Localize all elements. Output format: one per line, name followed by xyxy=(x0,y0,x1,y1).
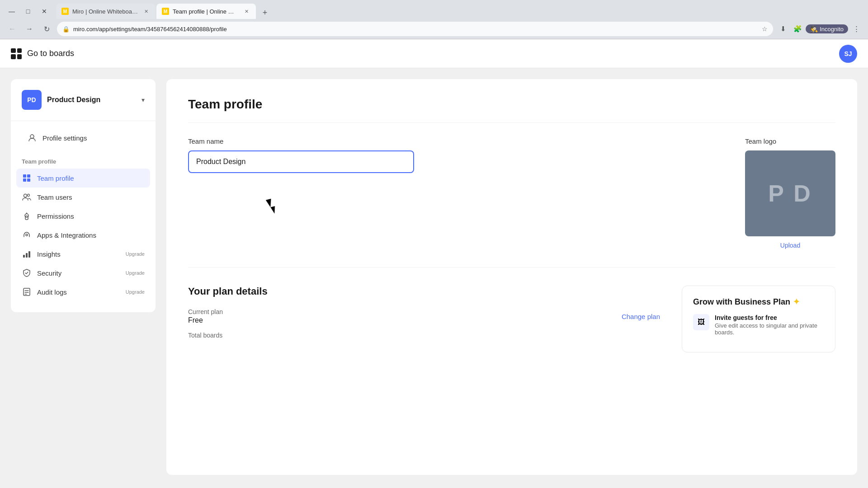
user-icon xyxy=(27,133,37,143)
refresh-button[interactable]: ↻ xyxy=(40,22,53,36)
sidebar-header: PD Product Design ▾ xyxy=(11,90,156,121)
sidebar-item-permissions[interactable]: Permissions xyxy=(16,206,150,225)
business-card-title-text: Grow with Business Plan xyxy=(693,297,790,307)
audit-logs-icon xyxy=(22,287,32,297)
svg-rect-3 xyxy=(23,178,26,182)
tabs-bar: M Miro | Online Whiteboard for Vi... ✕ M… xyxy=(56,4,271,19)
grid-icon xyxy=(11,48,22,59)
security-label: Security xyxy=(37,269,120,277)
business-feature-guests: 🖼 Invite guests for free Give edit acces… xyxy=(693,314,824,336)
sidebar-item-apps-integrations[interactable]: Apps & Integrations xyxy=(16,225,150,244)
close-button[interactable]: ✕ xyxy=(38,5,51,18)
address-bar-row: ← → ↻ 🔒 miro.com/app/settings/team/34587… xyxy=(0,19,868,39)
incognito-badge: 🕵 Incognito xyxy=(806,24,848,33)
toolbar-icons: ⬇ 🧩 🕵 Incognito ⋮ xyxy=(777,23,863,35)
plan-details-left: Your plan details Current plan Free Chan… xyxy=(188,286,660,352)
current-plan-row: Current plan Free Change plan xyxy=(188,308,660,324)
current-plan-value: Free xyxy=(188,316,223,324)
incognito-label: Incognito xyxy=(820,26,844,33)
sidebar-item-profile-settings[interactable]: Profile settings xyxy=(22,128,145,147)
team-logo-badge: PD xyxy=(22,90,42,110)
guests-icon: 🖼 xyxy=(698,318,705,326)
extensions-icon[interactable]: 🧩 xyxy=(791,23,804,35)
maximize-button[interactable]: □ xyxy=(22,5,34,18)
sidebar-item-team-users[interactable]: Team users xyxy=(16,188,150,206)
current-plan-row-inner: Current plan Free Change plan xyxy=(188,308,660,324)
tab1-label: Miro | Online Whiteboard for Vi... xyxy=(72,8,138,15)
svg-rect-14 xyxy=(28,251,30,258)
team-profile-section-label: Team profile xyxy=(11,151,156,169)
tab2-label: Team profile | Online Whiteboar... xyxy=(173,8,239,15)
form-left: Team name xyxy=(188,137,723,249)
download-icon[interactable]: ⬇ xyxy=(777,23,789,35)
insights-icon xyxy=(22,249,32,259)
audit-logs-label: Audit logs xyxy=(37,288,120,296)
team-profile-nav-label: Team profile xyxy=(37,174,145,182)
svg-point-6 xyxy=(28,194,30,197)
sidebar-item-security[interactable]: Security Upgrade xyxy=(16,263,150,282)
svg-point-0 xyxy=(30,135,34,138)
plan-section: Your plan details Current plan Free Chan… xyxy=(188,267,835,352)
current-plan-label: Current plan xyxy=(188,308,223,315)
team-users-icon xyxy=(22,192,32,202)
sidebar-profile-section: Profile settings xyxy=(11,121,156,151)
team-logo-box: P D xyxy=(745,150,835,236)
team-name-section: Team name Team logo P D Upload xyxy=(188,137,835,249)
change-plan-link[interactable]: Change plan xyxy=(622,313,660,320)
go-to-boards-link[interactable]: Go to boards xyxy=(11,48,74,59)
sidebar: PD Product Design ▾ Profile settings Tea… xyxy=(11,79,156,312)
team-logo-initials: P D xyxy=(768,180,812,207)
insights-upgrade-badge: Upgrade xyxy=(126,251,145,257)
audit-logs-upgrade-badge: Upgrade xyxy=(126,289,145,295)
page-title: Team profile xyxy=(188,97,835,123)
upload-link[interactable]: Upload xyxy=(780,242,800,249)
feature-text: Invite guests for free Give edit access … xyxy=(715,314,824,336)
minimize-button[interactable]: — xyxy=(5,5,18,18)
bookmark-icon: ☆ xyxy=(762,25,768,33)
lock-icon: 🔒 xyxy=(62,26,70,33)
team-name-input[interactable] xyxy=(188,150,414,173)
feature-description: Give edit access to singular and private… xyxy=(715,322,824,336)
svg-rect-4 xyxy=(27,178,30,182)
svg-rect-2 xyxy=(27,174,30,178)
permissions-label: Permissions xyxy=(37,212,145,220)
back-button[interactable]: ← xyxy=(5,22,19,36)
sidebar-item-insights[interactable]: Insights Upgrade xyxy=(16,244,150,263)
window-controls: — □ ✕ xyxy=(5,5,51,18)
team-name-label: Team name xyxy=(188,137,723,145)
menu-icon[interactable]: ⋮ xyxy=(850,23,863,35)
svg-point-11 xyxy=(26,234,28,236)
permissions-icon xyxy=(22,211,32,221)
forward-button[interactable]: → xyxy=(23,22,36,36)
team-dropdown-chevron[interactable]: ▾ xyxy=(142,96,145,103)
tab-miro[interactable]: M Miro | Online Whiteboard for Vi... ✕ xyxy=(56,4,156,19)
profile-settings-label: Profile settings xyxy=(42,134,139,142)
svg-point-5 xyxy=(24,194,27,197)
address-bar[interactable]: 🔒 miro.com/app/settings/team/34587645624… xyxy=(57,22,773,36)
business-card: Grow with Business Plan ✦ 🖼 Invite guest… xyxy=(682,286,835,352)
tab1-close[interactable]: ✕ xyxy=(142,7,150,15)
tab2-close[interactable]: ✕ xyxy=(242,7,250,15)
tab-team-profile[interactable]: M Team profile | Online Whiteboar... ✕ xyxy=(156,4,256,19)
apps-integrations-label: Apps & Integrations xyxy=(37,231,145,239)
sidebar-item-audit-logs[interactable]: Audit logs Upgrade xyxy=(16,282,150,301)
feature-title: Invite guests for free xyxy=(715,314,824,321)
security-upgrade-badge: Upgrade xyxy=(126,270,145,276)
plan-title: Your plan details xyxy=(188,286,660,297)
new-tab-button[interactable]: + xyxy=(259,6,271,19)
app-body: PD Product Design ▾ Profile settings Tea… xyxy=(0,68,868,486)
business-card-title: Grow with Business Plan ✦ xyxy=(693,297,824,307)
go-to-boards-text: Go to boards xyxy=(27,49,74,58)
team-logo-label: Team logo xyxy=(745,137,776,145)
svg-rect-13 xyxy=(26,253,28,258)
tab1-favicon: M xyxy=(61,8,69,15)
insights-label: Insights xyxy=(37,250,120,258)
svg-rect-12 xyxy=(23,255,25,258)
team-profile-menu: Team profile Team users xyxy=(11,169,156,301)
sidebar-item-team-profile[interactable]: Team profile xyxy=(16,169,150,188)
svg-rect-8 xyxy=(25,216,28,220)
team-logo-section: Team logo P D Upload xyxy=(745,137,835,249)
user-avatar[interactable]: SJ xyxy=(839,45,857,63)
spark-icon: ✦ xyxy=(793,297,800,307)
title-bar: — □ ✕ M Miro | Online Whiteboard for Vi.… xyxy=(0,0,868,19)
